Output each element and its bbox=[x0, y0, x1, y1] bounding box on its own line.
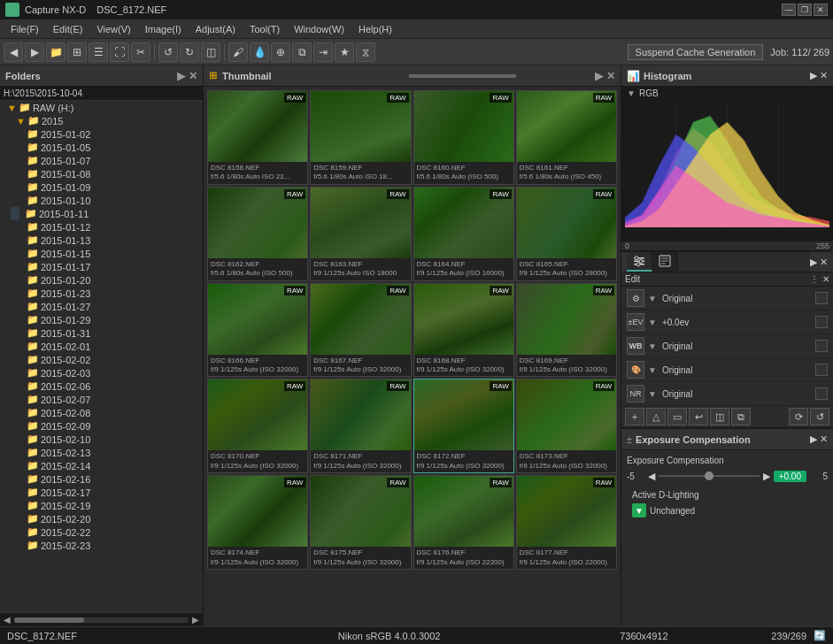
et-copy-button[interactable]: ⧉ bbox=[731, 408, 751, 426]
et-rect-button[interactable]: ▭ bbox=[667, 408, 687, 426]
folders-close-icon[interactable]: ✕ bbox=[189, 70, 197, 82]
star-button[interactable]: ★ bbox=[335, 42, 354, 62]
straighten-button[interactable]: ◫ bbox=[201, 42, 220, 62]
settings-icon[interactable]: ⚙ bbox=[627, 289, 644, 307]
folder-item[interactable]: 📁 2015-02-14 bbox=[0, 459, 203, 472]
folder-item[interactable]: 📁 2015-02-03 bbox=[0, 366, 203, 380]
status-refresh-icon[interactable]: 🔄 bbox=[814, 630, 826, 641]
thumbnail-item[interactable]: RAW DSC 8173.NEFf/9 1/125s Auto (ISO 320… bbox=[516, 379, 617, 473]
histogram-close-icon[interactable]: ✕ bbox=[820, 70, 828, 80]
menu-help[interactable]: Help(H) bbox=[351, 22, 399, 36]
thumbnail-item[interactable]: RAW DSC 8169.NEFf/9 1/125s Auto (ISO 320… bbox=[516, 283, 617, 378]
folder-drive[interactable]: ▼ 📁 RAW (H:) bbox=[0, 101, 203, 114]
exp-close-icon[interactable]: ✕ bbox=[820, 433, 828, 444]
menu-window[interactable]: Window(W) bbox=[287, 22, 351, 36]
thumbnail-item[interactable]: RAW DSC 8168.NEFf/9 1/125s Auto (ISO 320… bbox=[413, 283, 514, 378]
folder-scroll-bar[interactable]: ◀ ▶ bbox=[0, 612, 203, 626]
list-button[interactable]: ☰ bbox=[89, 42, 108, 62]
eyedropper-button[interactable]: 💧 bbox=[250, 42, 269, 62]
et-add-button[interactable]: + bbox=[625, 408, 644, 426]
folder-item[interactable]: 📁 2015-01-29 bbox=[0, 313, 203, 326]
thumbnail-item[interactable]: RAW DSC 8160.NEFf/5.6 1/80s Auto (ISO 50… bbox=[413, 90, 514, 185]
folder-year[interactable]: ▼ 📁 2015 bbox=[0, 114, 203, 127]
edit-menu-icon[interactable]: ⋮ bbox=[810, 274, 819, 284]
folder-item[interactable]: 📁 2015-02-06 bbox=[0, 380, 203, 393]
thumbnail-item[interactable]: RAW DSC 8161.NEFf/5.6 1/80s Auto (ISO 45… bbox=[516, 90, 617, 185]
folder-item[interactable]: 📁 2015-02-13 bbox=[0, 446, 203, 459]
edit-tab-adjustments[interactable] bbox=[627, 252, 652, 272]
wb-icon[interactable]: WB bbox=[627, 337, 644, 355]
zoom-fit-button[interactable]: ⛶ bbox=[110, 42, 129, 62]
folder-item[interactable]: 📁 2015-01-09 bbox=[0, 180, 203, 194]
folders-expand-icon[interactable]: ▶ bbox=[177, 70, 185, 82]
folder-item[interactable]: 📁 2015-01-10 bbox=[0, 194, 203, 207]
close-button[interactable]: ✕ bbox=[814, 4, 828, 16]
folder-item[interactable]: 📁 2015-01-05 bbox=[0, 141, 203, 154]
thumbnail-item[interactable]: RAW DSC 8166.NEFf/9 1/125s Auto (ISO 320… bbox=[207, 283, 308, 378]
edit-tab-metadata[interactable] bbox=[652, 252, 678, 272]
folder-item[interactable]: 📁 2015-02-20 bbox=[0, 512, 203, 525]
folder-item[interactable]: 📁 2015-02-09 bbox=[0, 419, 203, 433]
exposure-icon[interactable]: ±EV bbox=[627, 313, 644, 331]
folder-item[interactable]: 📁 2015-02-02 bbox=[0, 353, 203, 366]
exposure-slider[interactable] bbox=[659, 469, 760, 483]
edit-close-small-icon[interactable]: ✕ bbox=[822, 274, 829, 284]
thumbnail-expand-icon[interactable]: ▶ bbox=[595, 70, 603, 82]
menu-tool[interactable]: Tool(T) bbox=[243, 22, 287, 36]
folder-item[interactable]: 📁 2015-01-11 bbox=[0, 207, 203, 220]
folder-item[interactable]: 📁 2015-01-02 bbox=[0, 127, 203, 141]
menu-edit[interactable]: Edit(E) bbox=[46, 22, 90, 36]
menu-view[interactable]: View(V) bbox=[89, 22, 137, 36]
forward-button[interactable]: ▶ bbox=[25, 42, 44, 62]
suspend-cache-button[interactable]: Suspend Cache Generation bbox=[628, 44, 764, 60]
export-button[interactable]: ⇥ bbox=[313, 42, 333, 62]
thumbnail-close-icon[interactable]: ✕ bbox=[606, 70, 615, 82]
thumbnail-item[interactable]: RAW DSC 8175.NEFf/9 1/125s Auto (ISO 320… bbox=[310, 475, 411, 570]
folder-item[interactable]: 📁 2015-02-07 bbox=[0, 393, 203, 406]
color-dropdown[interactable]: ▼ Original bbox=[648, 365, 815, 375]
wb-checkbox[interactable] bbox=[815, 340, 828, 352]
et-reset-button[interactable]: ↺ bbox=[810, 408, 829, 426]
folder-item[interactable]: 📁 2015-01-31 bbox=[0, 326, 203, 340]
color-checkbox[interactable] bbox=[815, 364, 828, 376]
filter-button[interactable]: ⧖ bbox=[356, 42, 375, 62]
thumbnail-item[interactable]: RAW DSC 8165.NEFf/9 1/125s Auto (ISO 280… bbox=[516, 187, 617, 281]
compare-button[interactable]: ⧉ bbox=[292, 42, 312, 62]
color-icon[interactable]: 🎨 bbox=[627, 361, 644, 379]
settings-checkbox[interactable] bbox=[815, 292, 828, 304]
exp-right-arrow[interactable]: ▶ bbox=[763, 471, 770, 482]
minimize-button[interactable]: — bbox=[782, 4, 796, 16]
noise-icon[interactable]: NR bbox=[627, 385, 644, 402]
thumbnail-item[interactable]: RAW DSC 8163.NEFf/9 1/125s Auto ISO 1800… bbox=[310, 187, 411, 281]
histogram-expand-icon[interactable]: ▶ bbox=[810, 70, 817, 80]
folder-item[interactable]: 📁 2015-01-17 bbox=[0, 260, 203, 273]
rotate-right-button[interactable]: ↻ bbox=[180, 42, 199, 62]
folder-item[interactable]: 📁 2015-01-13 bbox=[0, 234, 203, 247]
thumbnail-item[interactable]: RAW DSC 8177.NEFf/9 1/125s Auto (ISO 220… bbox=[516, 475, 617, 570]
exp-expand-icon[interactable]: ▶ bbox=[810, 433, 817, 444]
folder-item[interactable]: 📁 2015-02-22 bbox=[0, 525, 203, 539]
thumbnail-item[interactable]: RAW DSC 8167.NEFf/9 1/125s Auto (ISO 320… bbox=[310, 283, 411, 378]
folder-item[interactable]: 📁 2015-02-17 bbox=[0, 486, 203, 499]
et-undo-button[interactable]: ↩ bbox=[689, 408, 708, 426]
folder-item[interactable]: 📁 2015-01-27 bbox=[0, 300, 203, 313]
exp-thumb[interactable] bbox=[705, 472, 713, 480]
folder-item[interactable]: 📁 2015-02-01 bbox=[0, 340, 203, 353]
folder-item[interactable]: 📁 2015-02-19 bbox=[0, 499, 203, 512]
clone-button[interactable]: ⊕ bbox=[271, 42, 290, 62]
folder-item[interactable]: 📁 2015-01-07 bbox=[0, 154, 203, 167]
folder-item[interactable]: 📁 2015-01-12 bbox=[0, 220, 203, 234]
thumbnail-item[interactable]: RAW DSC 8170.NEFf/9 1/125s Auto (ISO 320… bbox=[207, 379, 308, 473]
folder-item[interactable]: 📁 2015-02-08 bbox=[0, 406, 203, 419]
thumbnail-item[interactable]: RAW DSC 8159.NEFf/5.6 1/80s Auto ISO 18.… bbox=[310, 90, 411, 185]
edit-close-icon[interactable]: ✕ bbox=[820, 257, 828, 267]
wb-dropdown[interactable]: ▼ Original bbox=[648, 341, 815, 351]
noise-dropdown[interactable]: ▼ Original bbox=[648, 389, 815, 399]
folder-item[interactable]: 📁 2015-02-16 bbox=[0, 472, 203, 486]
et-tool-button[interactable]: △ bbox=[646, 408, 666, 426]
settings-dropdown[interactable]: ▼ Original bbox=[648, 294, 815, 303]
edit-expand-icon[interactable]: ▶ bbox=[810, 257, 817, 267]
exposure-dropdown[interactable]: ▼ +0.0ev bbox=[648, 318, 815, 327]
restore-button[interactable]: ❐ bbox=[798, 4, 812, 16]
histogram-channel-arrow[interactable]: ▼ bbox=[627, 88, 636, 98]
